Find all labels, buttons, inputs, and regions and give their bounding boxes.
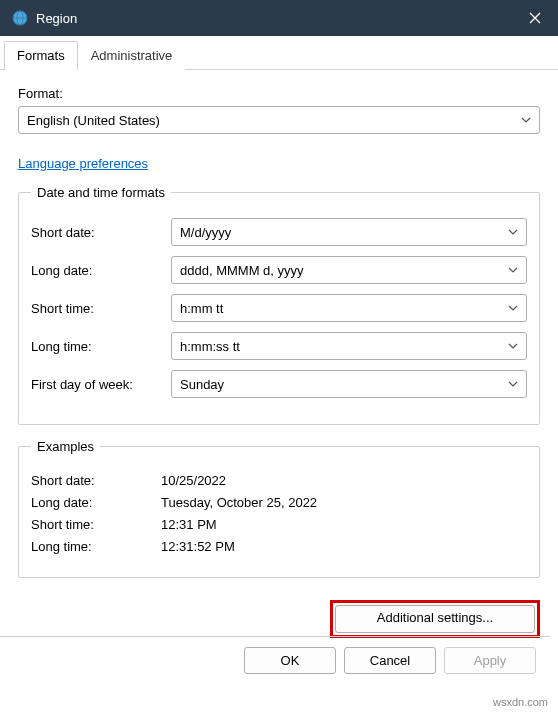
short-date-dropdown[interactable]: M/d/yyyy — [171, 218, 527, 246]
tab-formats[interactable]: Formats — [4, 41, 78, 70]
chevron-down-icon — [508, 267, 518, 273]
short-time-label: Short time: — [31, 301, 171, 316]
ok-button[interactable]: OK — [244, 647, 336, 674]
language-preferences-link[interactable]: Language preferences — [18, 156, 148, 171]
ex-long-time-value: 12:31:52 PM — [161, 539, 235, 554]
long-date-label: Long date: — [31, 263, 171, 278]
first-day-value: Sunday — [180, 377, 224, 392]
long-date-dropdown[interactable]: dddd, MMMM d, yyyy — [171, 256, 527, 284]
first-day-label: First day of week: — [31, 377, 171, 392]
chevron-down-icon — [508, 343, 518, 349]
short-time-value: h:mm tt — [180, 301, 223, 316]
chevron-down-icon — [508, 381, 518, 387]
ex-short-time-value: 12:31 PM — [161, 517, 217, 532]
close-button[interactable] — [512, 0, 558, 36]
examples-group: Examples Short date: 10/25/2022 Long dat… — [18, 439, 540, 578]
tab-row: Formats Administrative — [0, 40, 558, 70]
ex-short-date-value: 10/25/2022 — [161, 473, 226, 488]
ex-long-time-label: Long time: — [31, 539, 161, 554]
format-label: Format: — [18, 86, 540, 101]
additional-settings-highlight: Additional settings... — [330, 600, 540, 638]
short-date-label: Short date: — [31, 225, 171, 240]
tab-administrative[interactable]: Administrative — [78, 41, 186, 70]
chevron-down-icon — [508, 229, 518, 235]
ex-long-date-value: Tuesday, October 25, 2022 — [161, 495, 317, 510]
datetime-formats-legend: Date and time formats — [31, 185, 171, 200]
long-time-dropdown[interactable]: h:mm:ss tt — [171, 332, 527, 360]
ex-long-date-label: Long date: — [31, 495, 161, 510]
examples-legend: Examples — [31, 439, 100, 454]
ex-short-date-label: Short date: — [31, 473, 161, 488]
datetime-formats-group: Date and time formats Short date: M/d/yy… — [18, 185, 540, 425]
format-value: English (United States) — [27, 113, 160, 128]
chevron-down-icon — [508, 305, 518, 311]
long-time-label: Long time: — [31, 339, 171, 354]
additional-settings-button[interactable]: Additional settings... — [335, 605, 535, 633]
titlebar: Region — [0, 0, 558, 36]
format-dropdown[interactable]: English (United States) — [18, 106, 540, 134]
tab-content: Format: English (United States) Language… — [0, 70, 558, 638]
globe-icon — [12, 10, 28, 26]
watermark: wsxdn.com — [493, 696, 548, 708]
long-date-value: dddd, MMMM d, yyyy — [180, 263, 304, 278]
short-time-dropdown[interactable]: h:mm tt — [171, 294, 527, 322]
apply-button: Apply — [444, 647, 536, 674]
first-day-dropdown[interactable]: Sunday — [171, 370, 527, 398]
cancel-button[interactable]: Cancel — [344, 647, 436, 674]
long-time-value: h:mm:ss tt — [180, 339, 240, 354]
dialog-footer: OK Cancel Apply — [0, 636, 550, 684]
short-date-value: M/d/yyyy — [180, 225, 231, 240]
window-title: Region — [36, 11, 77, 26]
chevron-down-icon — [521, 117, 531, 123]
ex-short-time-label: Short time: — [31, 517, 161, 532]
